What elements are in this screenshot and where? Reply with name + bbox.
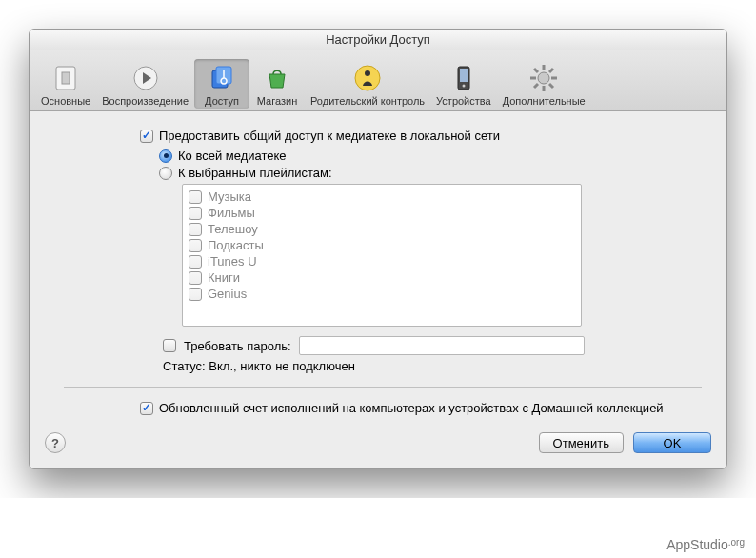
general-icon [50, 63, 81, 93]
toolbar-store[interactable]: Магазин [249, 59, 305, 109]
password-field[interactable] [299, 336, 585, 355]
playlist-checkbox[interactable] [189, 255, 202, 269]
preferences-toolbar: Основные Воспроизведение Доступ Магазин [30, 50, 726, 111]
cancel-button[interactable]: Отменить [539, 432, 624, 453]
advanced-icon [528, 63, 559, 93]
playlist-list: Музыка Фильмы Телешоу Подкасты iTunes U … [182, 184, 582, 327]
preferences-window: Настройки Доступ Основные Воспроизведени… [29, 29, 727, 469]
home-sharing-checkbox[interactable] [140, 402, 153, 415]
status-prefix: Статус: [163, 359, 209, 373]
playlist-checkbox[interactable] [189, 190, 202, 204]
help-button[interactable]: ? [45, 432, 66, 453]
parental-icon [352, 63, 383, 93]
radio-selected-playlists[interactable] [159, 167, 172, 180]
list-item: Подкасты [189, 237, 575, 253]
radio-selected-label: К выбранным плейлистам: [178, 166, 332, 180]
sharing-icon [207, 63, 237, 93]
toolbar-label: Родительский контроль [310, 95, 425, 107]
svg-rect-9 [460, 69, 468, 82]
content-area: Предоставить общий доступ к медиатеке в … [30, 111, 726, 423]
playback-icon [130, 63, 161, 93]
svg-line-19 [549, 69, 553, 72]
list-item: Книги [189, 269, 575, 286]
list-item: Genius [189, 286, 575, 302]
list-item: Фильмы [189, 205, 575, 221]
status-row: Статус: Вкл., никто не подключен [163, 359, 702, 373]
toolbar-advanced[interactable]: Дополнительные [497, 59, 591, 109]
toolbar-label: Доступ [205, 95, 239, 107]
window-title: Настройки Доступ [30, 30, 726, 50]
playlist-checkbox[interactable] [189, 239, 202, 252]
svg-point-10 [462, 85, 465, 88]
playlist-checkbox[interactable] [189, 223, 202, 236]
toolbar-label: Дополнительные [503, 95, 586, 107]
share-scope-group: Ко всей медиатеке К выбранным плейлистам… [159, 149, 702, 180]
list-item: iTunes U [189, 253, 575, 269]
devices-icon [448, 63, 479, 93]
toolbar-parental[interactable]: Родительский контроль [305, 59, 430, 109]
require-password-checkbox[interactable] [163, 339, 176, 352]
svg-point-6 [355, 66, 380, 90]
require-password-label: Требовать пароль: [184, 339, 291, 353]
toolbar-general[interactable]: Основные [35, 59, 96, 109]
share-library-row: Предоставить общий доступ к медиатеке в … [140, 129, 702, 143]
toolbar-devices[interactable]: Устройства [430, 59, 497, 109]
playlist-checkbox[interactable] [189, 288, 202, 301]
list-item: Музыка [189, 189, 575, 205]
divider [64, 387, 702, 388]
radio-entire-label: Ко всей медиатеке [178, 149, 287, 163]
svg-line-17 [549, 84, 553, 88]
toolbar-playback[interactable]: Воспроизведение [96, 59, 194, 109]
svg-rect-1 [62, 72, 70, 84]
home-sharing-label: Обновленный счет исполнений на компьютер… [159, 401, 664, 415]
svg-point-11 [538, 72, 549, 84]
status-value: Вкл., никто не подключен [209, 359, 355, 373]
share-library-label: Предоставить общий доступ к медиатеке в … [159, 129, 500, 143]
home-sharing-row: Обновленный счет исполнений на компьютер… [140, 401, 702, 415]
require-password-row: Требовать пароль: [163, 336, 702, 355]
svg-point-7 [365, 70, 370, 76]
list-item: Телешоу [189, 221, 575, 237]
toolbar-label: Воспроизведение [102, 95, 189, 107]
toolbar-label: Магазин [257, 95, 297, 107]
radio-entire-library[interactable] [159, 149, 172, 163]
footer: ? Отменить OK [30, 423, 726, 468]
ok-button[interactable]: OK [633, 432, 711, 453]
playlist-checkbox[interactable] [189, 207, 202, 220]
store-icon [262, 63, 292, 93]
toolbar-label: Устройства [436, 95, 491, 107]
svg-line-16 [534, 69, 538, 72]
svg-line-18 [534, 84, 538, 88]
share-library-checkbox[interactable] [140, 130, 153, 143]
toolbar-label: Основные [41, 95, 90, 107]
toolbar-sharing[interactable]: Доступ [194, 59, 249, 109]
playlist-checkbox[interactable] [189, 271, 202, 285]
